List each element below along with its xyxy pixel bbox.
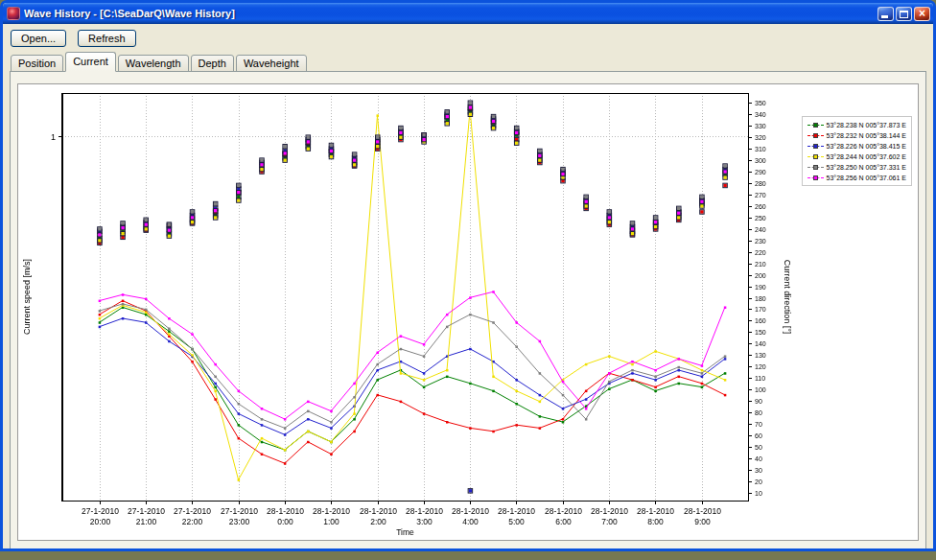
open-button[interactable]: Open... (11, 30, 66, 47)
chart-area: 53°28.238 N 005°37.873 E53°28.232 N 005°… (17, 83, 919, 541)
tab-position[interactable]: Position (11, 55, 63, 72)
close-button[interactable]: × (914, 7, 930, 21)
refresh-button[interactable]: Refresh (78, 30, 136, 47)
tab-depth[interactable]: Depth (191, 55, 234, 72)
legend-item: 53°28.238 N 005°37.873 E (807, 121, 906, 128)
chart-legend: 53°28.238 N 005°37.873 E53°28.232 N 005°… (802, 116, 912, 186)
legend-label: 53°28.226 N 005°38.415 E (827, 143, 906, 150)
tab-strip: PositionCurrentWavelengthDepthWaveheight (3, 52, 933, 72)
window-controls: × (878, 7, 930, 21)
legend-label: 53°28.232 N 005°38.144 E (827, 132, 906, 139)
title-bar[interactable]: Wave History - [C:\SeaDarQ\Wave History]… (3, 3, 933, 24)
legend-line-marker-icon (807, 135, 824, 136)
desktop-strip (0, 551, 936, 560)
legend-label: 53°28.238 N 005°37.873 E (827, 122, 906, 128)
legend-line-marker-icon (807, 125, 824, 126)
tab-waveheight[interactable]: Waveheight (236, 55, 307, 72)
legend-item: 53°28.244 N 005°37.602 E (807, 152, 906, 160)
app-icon (7, 7, 20, 20)
minimize-button[interactable] (878, 7, 894, 21)
legend-label: 53°28.250 N 005°37.331 E (827, 164, 906, 171)
app-window: Wave History - [C:\SeaDarQ\Wave History]… (0, 0, 936, 551)
tab-panel: 53°28.238 N 005°37.873 E53°28.232 N 005°… (10, 71, 926, 549)
maximize-icon (900, 11, 908, 18)
window-title: Wave History - [C:\SeaDarQ\Wave History] (24, 8, 874, 19)
legend-item: 53°28.232 N 005°38.144 E (807, 131, 906, 139)
legend-label: 53°28.244 N 005°37.602 E (827, 153, 906, 160)
legend-line-marker-icon (807, 156, 824, 157)
legend-line-marker-icon (807, 167, 824, 168)
minimize-icon (881, 15, 888, 18)
legend-line-marker-icon (807, 177, 824, 178)
legend-line-marker-icon (807, 146, 824, 147)
tab-wavelength[interactable]: Wavelength (118, 55, 189, 72)
toolbar: Open... Refresh (3, 24, 933, 52)
legend-item: 53°28.250 N 005°37.331 E (807, 163, 906, 171)
maximize-button[interactable] (896, 7, 912, 21)
legend-item: 53°28.226 N 005°38.415 E (807, 142, 906, 150)
close-icon: × (919, 8, 925, 20)
legend-label: 53°28.256 N 005°37.061 E (827, 175, 906, 181)
chart-canvas (19, 85, 809, 539)
legend-item: 53°28.256 N 005°37.061 E (807, 174, 906, 181)
tab-current[interactable]: Current (65, 52, 116, 72)
